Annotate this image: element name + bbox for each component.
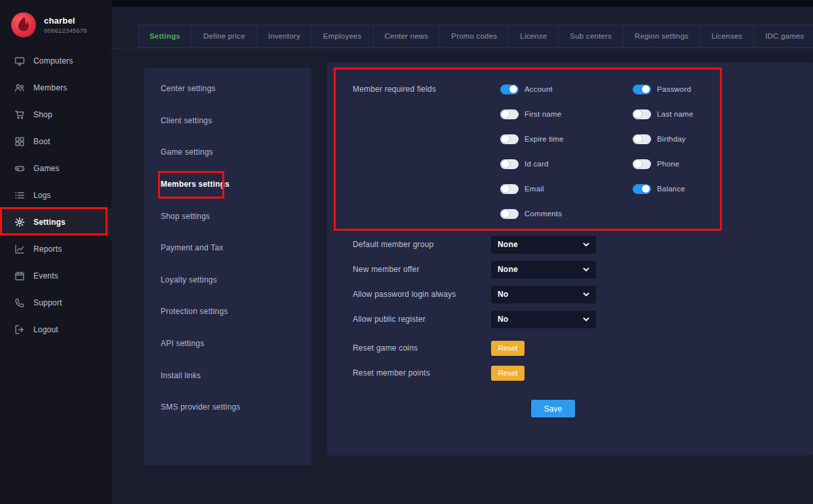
toggle-knob — [502, 210, 509, 218]
members-settings-panel: Member required fields Account First nam… — [327, 62, 813, 456]
toggle-birthday[interactable] — [633, 134, 651, 144]
subnav-item-sms-provider-settings[interactable]: SMS provider settings — [144, 391, 311, 423]
toggle-knob — [502, 135, 509, 143]
sidebar-item-label: Computers — [33, 56, 73, 66]
subnav-item-loyalty-settings[interactable]: Loyalty settings — [144, 264, 311, 296]
toggle-label: Expire time — [525, 135, 564, 143]
tab-define-price[interactable]: Define price — [192, 24, 257, 48]
toggle-label: Birthday — [657, 135, 686, 143]
chevron-down-icon — [583, 242, 589, 246]
field-label: Reset game coins — [353, 343, 491, 353]
tab-idc-games[interactable]: IDC games — [754, 24, 813, 48]
sidebar-item-shop[interactable]: Shop — [0, 101, 111, 128]
toggle-balance[interactable] — [633, 184, 651, 194]
support-phone-icon — [14, 298, 25, 308]
sidebar-item-label: Logout — [33, 325, 58, 334]
app-root: charbel 008612345678 Computers Members S… — [0, 0, 813, 504]
tab-promo-codes[interactable]: Promo codes — [440, 24, 509, 48]
tab-license[interactable]: License — [509, 24, 559, 48]
tab-inventory[interactable]: Inventory — [257, 24, 312, 48]
toggle-label: Id card — [525, 160, 549, 168]
reset-rows: Reset game coins Reset Reset member poin… — [327, 336, 813, 385]
reset-game-coins-button[interactable]: Reset — [491, 341, 525, 356]
toggles-column-2: Password Last name Birthday Phone Balanc… — [633, 77, 694, 226]
sidebar-item-boot[interactable]: Boot — [0, 128, 111, 155]
default-member-group-select[interactable]: None — [491, 236, 596, 254]
subnav-item-label: Members settings — [161, 180, 229, 189]
toggle-account[interactable] — [500, 85, 519, 94]
sidebar: charbel 008612345678 Computers Members S… — [0, 0, 111, 504]
subnav-item-members-settings[interactable]: Members settings — [144, 168, 311, 201]
subnav-item-game-settings[interactable]: Game settings — [144, 136, 311, 168]
boot-icon — [14, 136, 25, 147]
toggle-knob — [642, 185, 650, 193]
sidebar-nav: Computers Members Shop Boot Games Logs — [0, 47, 111, 343]
events-calendar-icon — [14, 271, 25, 281]
sidebar-item-events[interactable]: Events — [0, 262, 111, 289]
toggle-phone[interactable] — [633, 159, 651, 169]
tab-label: Center news — [385, 32, 429, 40]
sidebar-item-computers[interactable]: Computers — [0, 47, 111, 74]
sidebar-item-label: Reports — [33, 244, 62, 254]
sidebar-item-logout[interactable]: Logout — [0, 316, 111, 343]
subnav-item-payment-and-tax[interactable]: Payment and Tax — [144, 232, 311, 264]
field-label: Default member group — [353, 240, 491, 249]
subnav-item-label: API settings — [161, 339, 204, 348]
toggle-expire-time[interactable] — [500, 134, 519, 144]
save-button[interactable]: Save — [531, 400, 575, 417]
subnav-item-label: Client settings — [161, 116, 212, 125]
tab-employees[interactable]: Employees — [312, 24, 374, 48]
avatar — [10, 12, 37, 38]
user-profile[interactable]: charbel 008612345678 — [0, 0, 111, 47]
subnav-item-label: SMS provider settings — [161, 402, 241, 412]
chevron-down-icon — [583, 292, 589, 296]
allow-password-login-always-select[interactable]: No — [491, 286, 596, 303]
toggle-label: Last name — [657, 110, 694, 118]
tab-region-settings[interactable]: Region settings — [624, 24, 700, 48]
sidebar-item-support[interactable]: Support — [0, 289, 111, 316]
sidebar-item-label: Events — [33, 271, 58, 281]
subnav-item-install-links[interactable]: Install links — [144, 359, 311, 391]
sidebar-item-label: Support — [33, 298, 62, 307]
subnav-item-label: Protection settings — [161, 307, 228, 316]
toggle-comments[interactable] — [500, 209, 519, 219]
field-label: Allow password login always — [353, 290, 491, 299]
tab-label: Define price — [203, 32, 245, 40]
subnav-item-api-settings[interactable]: API settings — [144, 328, 311, 360]
reset-member-points-button[interactable]: Reset — [491, 366, 525, 381]
subnav-item-shop-settings[interactable]: Shop settings — [144, 200, 311, 232]
settings-gear-icon — [14, 217, 25, 227]
sidebar-item-members[interactable]: Members — [0, 74, 111, 101]
games-gamepad-icon — [14, 163, 25, 174]
toggle-email[interactable] — [500, 184, 519, 194]
sidebar-item-settings[interactable]: Settings — [0, 208, 111, 235]
sidebar-item-reports[interactable]: Reports — [0, 235, 111, 262]
field-label: New member offer — [353, 265, 491, 274]
tab-label: Sub centers — [570, 32, 612, 40]
tab-settings[interactable]: Settings — [138, 24, 192, 48]
sidebar-item-games[interactable]: Games — [0, 155, 111, 182]
toggle-id-card[interactable] — [500, 159, 519, 169]
field-label: Allow public register — [353, 315, 491, 324]
toggle-knob — [634, 110, 642, 118]
tab-sub-centers[interactable]: Sub centers — [559, 24, 624, 48]
toggle-knob — [502, 185, 509, 193]
tab-label: Settings — [149, 32, 180, 40]
tab-label: Promo codes — [451, 32, 497, 40]
tab-licenses[interactable]: Licenses — [700, 24, 754, 48]
select-value: No — [498, 290, 508, 299]
subnav-item-client-settings[interactable]: Client settings — [144, 105, 311, 137]
toggle-password[interactable] — [633, 85, 651, 94]
toggle-label: Balance — [657, 185, 685, 193]
subnav-item-protection-settings[interactable]: Protection settings — [144, 296, 311, 328]
allow-public-register-select[interactable]: No — [491, 311, 596, 328]
sidebar-item-logs[interactable]: Logs — [0, 182, 111, 208]
subnav-item-center-settings[interactable]: Center settings — [144, 73, 311, 105]
toggle-last-name[interactable] — [633, 109, 651, 119]
new-member-offer-select[interactable]: None — [491, 261, 596, 279]
toggle-label: Password — [657, 85, 691, 93]
toggle-first-name[interactable] — [500, 109, 519, 119]
select-value: No — [498, 315, 508, 324]
toggle-knob — [509, 85, 517, 93]
tab-center-news[interactable]: Center news — [374, 24, 441, 48]
